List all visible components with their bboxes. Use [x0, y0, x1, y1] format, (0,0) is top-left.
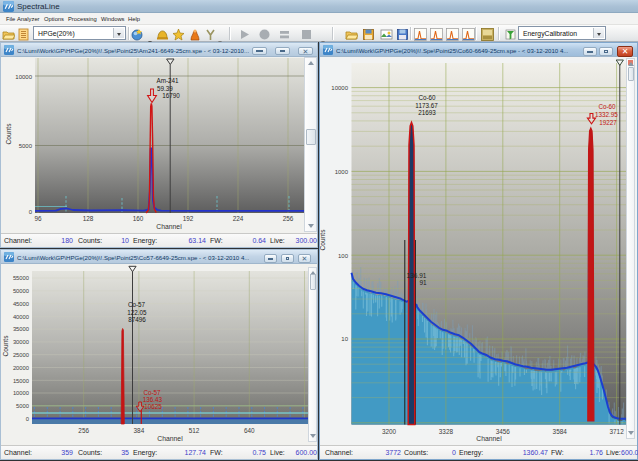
svg-text:15000: 15000	[13, 378, 29, 384]
svg-text:160: 160	[133, 215, 144, 222]
svg-text:1332.95: 1332.95	[595, 111, 618, 118]
svg-text:Counts: Counts	[5, 123, 12, 145]
svg-text:Am-241: Am-241	[156, 77, 179, 84]
svg-text:30000: 30000	[13, 339, 29, 345]
svg-text:10625: 10625	[144, 403, 162, 410]
svg-text:640: 640	[244, 427, 255, 434]
svg-text:50000: 50000	[13, 288, 29, 294]
svg-text:Channel: Channel	[157, 435, 183, 442]
svg-text:3456: 3456	[496, 428, 511, 435]
svg-text:224: 224	[233, 215, 244, 222]
svg-text:87496: 87496	[128, 316, 146, 323]
svg-text:3200: 3200	[382, 428, 397, 435]
svg-text:256: 256	[78, 427, 89, 434]
svg-text:128: 128	[83, 215, 94, 222]
svg-text:21693: 21693	[418, 109, 436, 116]
svg-text:512: 512	[189, 427, 200, 434]
svg-text:10: 10	[341, 336, 348, 342]
svg-text:Channel: Channel	[476, 435, 502, 442]
svg-text:Counts: Counts	[320, 229, 326, 251]
svg-text:122.05: 122.05	[127, 309, 147, 316]
svg-text:96: 96	[34, 215, 42, 222]
svg-text:45000: 45000	[13, 301, 29, 307]
svg-text:10000: 10000	[331, 85, 348, 91]
svg-text:3712: 3712	[609, 428, 624, 435]
svg-text:100: 100	[338, 253, 349, 259]
svg-text:384: 384	[134, 427, 145, 434]
svg-text:1000: 1000	[335, 169, 349, 175]
svg-text:10000: 10000	[15, 74, 32, 80]
svg-text:Co-60: Co-60	[598, 103, 616, 110]
svg-text:91: 91	[419, 279, 427, 286]
svg-text:Counts: Counts	[2, 335, 9, 357]
svg-text:3328: 3328	[439, 428, 454, 435]
svg-text:19227: 19227	[599, 119, 617, 126]
svg-text:256: 256	[283, 215, 294, 222]
svg-text:3584: 3584	[553, 428, 568, 435]
svg-text:5000: 5000	[16, 403, 29, 409]
svg-text:20000: 20000	[13, 365, 29, 371]
svg-text:Co-57: Co-57	[128, 301, 146, 308]
svg-text:10000: 10000	[13, 390, 29, 396]
svg-text:192: 192	[183, 215, 194, 222]
svg-text:Co-60: Co-60	[418, 94, 436, 101]
svg-text:59.39: 59.39	[157, 85, 173, 92]
svg-text:Channel: Channel	[156, 223, 182, 230]
svg-text:0: 0	[26, 416, 29, 422]
svg-text:55000: 55000	[13, 275, 29, 281]
svg-text:40000: 40000	[13, 314, 29, 320]
svg-text:1173.67: 1173.67	[415, 102, 438, 109]
svg-text:25000: 25000	[13, 352, 29, 358]
svg-text:5000: 5000	[19, 143, 33, 149]
svg-text:35000: 35000	[13, 326, 29, 332]
svg-text:Co-57: Co-57	[143, 389, 161, 396]
svg-text:16790: 16790	[162, 92, 180, 99]
